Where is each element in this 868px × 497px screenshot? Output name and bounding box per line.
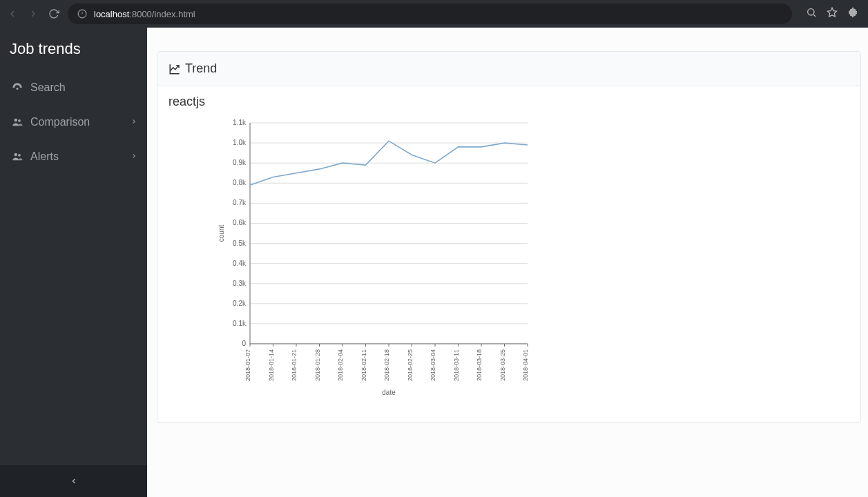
svg-point-10 bbox=[18, 154, 21, 157]
svg-text:2018-01-21: 2018-01-21 bbox=[291, 349, 298, 381]
card-header: Trend bbox=[157, 52, 860, 86]
sidebar-collapse-button[interactable] bbox=[0, 465, 147, 497]
sidebar-item-comparison[interactable]: Comparison bbox=[0, 105, 147, 139]
svg-point-7 bbox=[15, 119, 18, 122]
chevron-right-icon bbox=[131, 153, 137, 161]
url-path: :8000/index.html bbox=[129, 9, 195, 19]
svg-text:0.1k: 0.1k bbox=[233, 320, 247, 327]
extensions-icon[interactable] bbox=[847, 7, 858, 21]
svg-text:2018-02-11: 2018-02-11 bbox=[360, 349, 367, 381]
reload-button[interactable] bbox=[47, 7, 61, 21]
forward-button[interactable] bbox=[26, 7, 40, 21]
sidebar-item-label: Search bbox=[30, 81, 66, 94]
sidebar-item-label: Alerts bbox=[30, 150, 59, 163]
zoom-icon[interactable] bbox=[806, 7, 817, 21]
chevron-right-icon bbox=[131, 118, 137, 126]
svg-text:2018-03-04: 2018-03-04 bbox=[430, 349, 436, 381]
sidebar-item-search[interactable]: Search bbox=[0, 70, 147, 105]
svg-point-6 bbox=[17, 88, 19, 90]
svg-text:0.2k: 0.2k bbox=[233, 300, 247, 307]
trend-chart: 00.1k0.2k0.3k0.4k0.5k0.6k0.7k0.8k0.9k1.0… bbox=[168, 116, 541, 399]
card-title: Trend bbox=[185, 61, 217, 76]
users-icon bbox=[10, 116, 25, 128]
chart-line-icon bbox=[168, 63, 181, 75]
app-title: Job trends bbox=[0, 28, 147, 70]
users-icon bbox=[10, 150, 25, 163]
url-host: localhost bbox=[94, 9, 129, 19]
svg-text:0.6k: 0.6k bbox=[233, 219, 247, 226]
svg-text:0.3k: 0.3k bbox=[233, 280, 247, 287]
svg-text:2018-01-28: 2018-01-28 bbox=[314, 349, 321, 381]
svg-marker-5 bbox=[827, 8, 836, 17]
browser-toolbar: localhost:8000/index.html bbox=[0, 0, 868, 28]
svg-line-4 bbox=[813, 14, 816, 17]
dashboard-icon bbox=[10, 81, 25, 94]
svg-text:0.9k: 0.9k bbox=[233, 159, 247, 166]
chart-container: 00.1k0.2k0.3k0.4k0.5k0.6k0.7k0.8k0.9k1.0… bbox=[157, 109, 860, 422]
svg-point-9 bbox=[15, 153, 18, 157]
back-button[interactable] bbox=[6, 7, 19, 21]
card-subtitle: reactjs bbox=[157, 86, 860, 109]
sidebar-item-alerts[interactable]: Alerts bbox=[0, 139, 147, 174]
sidebar: Job trends Search Comparison Alerts bbox=[0, 28, 147, 497]
address-bar[interactable]: localhost:8000/index.html bbox=[68, 3, 792, 24]
bookmark-icon[interactable] bbox=[827, 7, 838, 21]
svg-text:2018-02-04: 2018-02-04 bbox=[337, 349, 344, 381]
svg-text:2018-01-14: 2018-01-14 bbox=[268, 349, 275, 381]
svg-text:1.1k: 1.1k bbox=[233, 119, 247, 126]
svg-text:1.0k: 1.0k bbox=[233, 139, 247, 146]
svg-text:count: count bbox=[218, 225, 225, 242]
svg-text:2018-04-01: 2018-04-01 bbox=[522, 349, 529, 381]
svg-text:date: date bbox=[382, 389, 396, 396]
svg-text:2018-02-18: 2018-02-18 bbox=[383, 349, 390, 381]
svg-text:0.8k: 0.8k bbox=[233, 179, 247, 186]
svg-text:0.7k: 0.7k bbox=[233, 199, 247, 206]
svg-text:0: 0 bbox=[242, 340, 246, 347]
svg-text:2018-03-11: 2018-03-11 bbox=[453, 349, 460, 381]
svg-text:2018-01-07: 2018-01-07 bbox=[244, 349, 251, 381]
main-content: Trend reactjs 00.1k0.2k0.3k0.4k0.5k0.6k0… bbox=[147, 28, 868, 497]
svg-point-3 bbox=[808, 9, 814, 15]
svg-text:2018-02-25: 2018-02-25 bbox=[407, 349, 414, 381]
svg-text:0.5k: 0.5k bbox=[233, 240, 247, 247]
svg-text:2018-03-18: 2018-03-18 bbox=[476, 349, 483, 381]
trend-card: Trend reactjs 00.1k0.2k0.3k0.4k0.5k0.6k0… bbox=[157, 51, 861, 423]
svg-point-8 bbox=[18, 119, 21, 122]
svg-text:2018-03-25: 2018-03-25 bbox=[499, 349, 506, 381]
svg-text:0.4k: 0.4k bbox=[233, 260, 247, 267]
site-info-icon[interactable] bbox=[77, 9, 87, 19]
sidebar-item-label: Comparison bbox=[30, 116, 90, 128]
